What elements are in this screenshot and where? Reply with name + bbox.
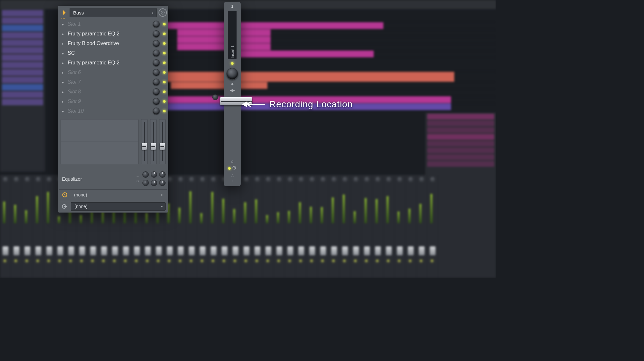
- fx-slot-panel: LVL Bass ▸ ▸Slot 1▸Fruity parametric EQ …: [58, 6, 168, 213]
- fx-slot-label: Slot 1: [68, 21, 149, 27]
- fx-panel-header: LVL Bass ▸: [59, 7, 167, 18]
- arrow-left-icon: [242, 101, 265, 107]
- fx-slot-label: Slot 9: [68, 99, 149, 104]
- chevron-right-icon: ▸: [61, 42, 64, 45]
- audio-input-value: (none): [74, 192, 87, 197]
- fx-slot-label: Slot 10: [68, 108, 149, 114]
- fx-mix-knob[interactable]: [153, 79, 160, 86]
- eq-knob-4[interactable]: [142, 180, 149, 186]
- fx-slot-6[interactable]: ▸Slot 6: [59, 68, 167, 77]
- fx-slot-label: Slot 6: [68, 70, 149, 75]
- fx-enable-led[interactable]: [163, 62, 166, 64]
- mixer-insert-strip: 1 Insert 1 ◆ ◀▶ ⌂ △ ‹: [224, 2, 241, 186]
- fx-enable-led[interactable]: [163, 33, 166, 35]
- fx-mix-knob[interactable]: [153, 59, 160, 66]
- fx-mix-knob[interactable]: [153, 69, 160, 76]
- eq-knob-3[interactable]: [159, 171, 166, 178]
- chevron-left-icon[interactable]: ‹: [232, 179, 233, 183]
- fx-slot-10[interactable]: ▸Slot 10: [59, 106, 167, 116]
- audio-input-row: (none) ▸: [59, 189, 167, 200]
- equalizer-label: Equalizer: [62, 176, 82, 182]
- fx-slot-7[interactable]: ▸Slot 7: [59, 77, 167, 87]
- fx-slot-4[interactable]: ▸SC: [59, 48, 167, 58]
- chevron-right-icon: ▸: [161, 204, 163, 208]
- mixer-track-name[interactable]: Bass ▸: [70, 8, 157, 17]
- chevron-right-icon: ▸: [61, 61, 64, 65]
- fx-mix-knob[interactable]: [153, 88, 160, 95]
- stereo-sep-icon[interactable]: ◆: [231, 81, 234, 86]
- fx-enable-led[interactable]: [163, 71, 166, 74]
- dock-icon[interactable]: △: [231, 173, 234, 177]
- fx-slot-9[interactable]: ▸Slot 9: [59, 97, 167, 106]
- fx-slot-3[interactable]: ▸Fruity Blood Overdrive: [59, 39, 167, 48]
- reset-width-icon[interactable]: ↔: [136, 175, 139, 178]
- fx-mix-knob[interactable]: [153, 50, 160, 57]
- annotation-text: Recording Location: [269, 99, 353, 109]
- polarity-icon[interactable]: ◀▶: [230, 88, 235, 92]
- chevron-right-icon: ▸: [61, 71, 64, 74]
- fx-mix-knob[interactable]: [153, 21, 160, 28]
- chevron-right-icon: ▸: [161, 193, 163, 196]
- output-arrow-icon[interactable]: [61, 203, 68, 210]
- send-knob[interactable]: [212, 94, 218, 100]
- eq-knob-6[interactable]: [159, 180, 166, 186]
- eq-fader-low[interactable]: [141, 119, 148, 164]
- track-name-text: Bass: [73, 10, 84, 15]
- fx-slot-label: SC: [68, 50, 149, 56]
- audio-input-select[interactable]: (none) ▸: [71, 191, 166, 199]
- chevron-right-icon: ▸: [61, 109, 64, 113]
- chevron-right-icon: ▸: [61, 23, 64, 26]
- insert-label: Insert 1: [230, 39, 235, 65]
- eq-band-faders: [141, 119, 166, 167]
- eq-knob-1[interactable]: [142, 171, 149, 178]
- level-text: LVL: [59, 17, 68, 20]
- latency-clock-icon[interactable]: [159, 8, 167, 17]
- eq-fader-high[interactable]: [159, 119, 166, 164]
- chevron-right-icon: ▸: [61, 32, 64, 36]
- eq-fader-mid[interactable]: [150, 119, 157, 164]
- eq-knob-2[interactable]: [151, 171, 157, 178]
- eq-area: [59, 119, 167, 167]
- eq-graph[interactable]: [61, 119, 139, 164]
- fx-slot-1[interactable]: ▸Slot 1: [59, 19, 167, 29]
- fx-slot-label: Slot 8: [68, 89, 149, 95]
- eq-knob-5[interactable]: [151, 180, 157, 186]
- chevron-right-icon: ▸: [61, 81, 64, 84]
- fx-slot-label: Fruity parametric EQ 2: [68, 31, 149, 37]
- chevron-right-icon: ▸: [61, 52, 64, 55]
- audio-output-select[interactable]: (none) ▸: [71, 202, 166, 211]
- fx-slot-label: Fruity Blood Overdrive: [68, 41, 149, 46]
- fx-enable-icon[interactable]: ⌂: [231, 159, 233, 164]
- fx-mix-knob[interactable]: [153, 108, 160, 115]
- fx-mix-knob[interactable]: [153, 40, 160, 47]
- fx-enable-led[interactable]: [163, 110, 166, 112]
- fx-enable-led[interactable]: [163, 90, 166, 93]
- fx-enable-led[interactable]: [163, 52, 166, 54]
- level-icon[interactable]: LVL: [59, 8, 68, 17]
- chevron-right-icon: ▸: [61, 90, 64, 94]
- audio-output-row: (none) ▸: [59, 201, 167, 211]
- record-arm-led[interactable]: [228, 167, 231, 170]
- fx-mix-knob[interactable]: [153, 30, 160, 37]
- fx-enable-led[interactable]: [163, 100, 166, 103]
- fx-enable-led[interactable]: [163, 23, 166, 25]
- fx-slot-2[interactable]: ▸Fruity parametric EQ 2: [59, 29, 167, 39]
- fx-enable-led[interactable]: [163, 81, 166, 83]
- track-number: 1: [231, 4, 233, 9]
- reset-icon[interactable]: ↺: [136, 179, 139, 183]
- clock-input-icon[interactable]: [61, 191, 68, 198]
- chevron-right-icon: ▸: [152, 11, 154, 14]
- fx-slot-5[interactable]: ▸Fruity parametric EQ 2: [59, 58, 167, 68]
- fx-slot-8[interactable]: ▸Slot 8: [59, 87, 167, 97]
- chevron-right-icon: ▸: [61, 100, 64, 103]
- fx-enable-led[interactable]: [163, 42, 166, 45]
- fx-mix-knob[interactable]: [153, 98, 160, 105]
- fx-slot-label: Slot 7: [68, 79, 149, 85]
- audio-output-value: (none): [74, 204, 87, 209]
- clock-icon[interactable]: [232, 166, 236, 171]
- equalizer-row: Equalizer ↔ ↺: [59, 169, 167, 188]
- annotation: Recording Location: [242, 99, 353, 109]
- peak-meter: Insert 1: [228, 11, 237, 59]
- fx-slot-label: Fruity parametric EQ 2: [68, 60, 149, 66]
- pan-knob[interactable]: [226, 68, 238, 80]
